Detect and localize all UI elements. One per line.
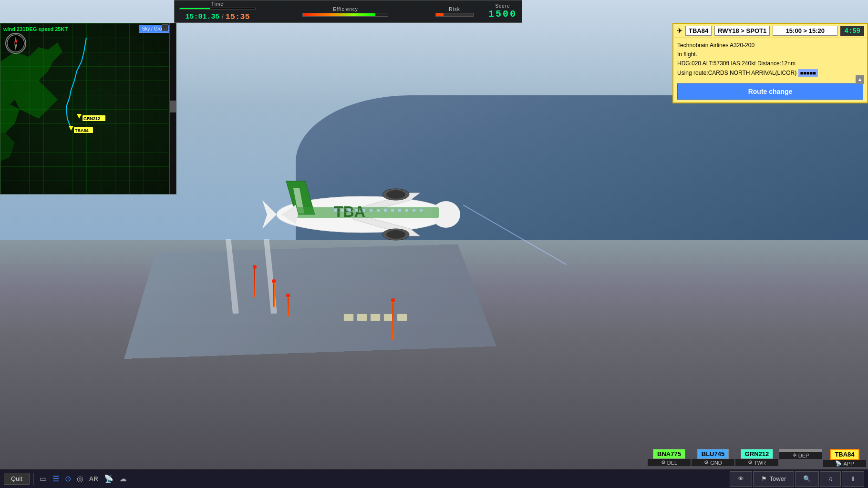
aircraft-tag-dep[interactable]: ✈ DEP bbox=[779, 449, 822, 467]
risk-fill bbox=[436, 13, 444, 16]
hud-efficiency-section: Efficiency bbox=[270, 7, 421, 17]
aircraft-tag-blu745[interactable]: BLU745 ⚙ GND bbox=[692, 449, 734, 467]
tower-label: Tower bbox=[770, 475, 786, 482]
aircraft-callsign-tba84[interactable]: TBA84 bbox=[830, 449, 859, 460]
top-hud: Time 15:01.35 / 15:35 Efficiency Risk Sc… bbox=[174, 0, 522, 23]
hud-time-running: 15:01.35 bbox=[185, 13, 219, 21]
info-flight-data: HDG:020 ALT:5730ft IAS:240kt Distance:12… bbox=[677, 59, 863, 68]
aircraft-tag-grn212[interactable]: GRN212 ⚙ TWR bbox=[735, 449, 778, 467]
cloud-icon[interactable]: ☁ bbox=[119, 474, 127, 483]
bottom-aircraft-list: BNA775 ⚙ DEL BLU745 ⚙ GND GRN212 ⚙ TWR ✈… bbox=[646, 447, 868, 469]
info-panel-header: ✈ TBA84 RWY18 > SPOT1 15:00 > 15:20 4:59 bbox=[673, 24, 867, 38]
eye-icon: 👁 bbox=[738, 475, 744, 482]
svg-marker-33 bbox=[69, 126, 73, 131]
hud-score-label: Score bbox=[495, 3, 510, 9]
hud-time-section: Time 15:01.35 / 15:35 bbox=[179, 1, 256, 21]
visibility-button[interactable]: 👁 bbox=[730, 471, 752, 487]
tower-button[interactable]: ⚑ Tower bbox=[753, 471, 795, 487]
ar-icon[interactable]: AR bbox=[89, 475, 98, 482]
route-icon[interactable]: ◎ bbox=[77, 474, 83, 483]
svg-rect-24 bbox=[398, 209, 401, 212]
svg-marker-40 bbox=[14, 36, 17, 43]
info-status: In flight. bbox=[677, 50, 863, 59]
compass bbox=[5, 33, 26, 54]
hud-score-section: Score 1500 bbox=[488, 3, 517, 20]
tower-4 bbox=[391, 298, 395, 340]
svg-rect-19 bbox=[362, 209, 365, 212]
svg-text:TBA84: TBA84 bbox=[75, 128, 89, 133]
toolbar-right: 👁 ⚑ Tower 🔍 ♫ ⏸ bbox=[726, 471, 868, 487]
aircraft-role-grn212: ⚙ TWR bbox=[735, 459, 778, 466]
svg-rect-20 bbox=[370, 209, 372, 212]
list-icon[interactable]: ☰ bbox=[52, 474, 59, 483]
hud-divider-2 bbox=[428, 3, 428, 20]
wind-info: wind 231DEG speed 25KT bbox=[3, 26, 68, 32]
efficiency-fill bbox=[303, 13, 375, 16]
pause-button[interactable]: ⏸ bbox=[842, 471, 864, 487]
efficiency-bar bbox=[302, 13, 388, 17]
svg-rect-23 bbox=[391, 209, 394, 212]
svg-rect-18 bbox=[355, 209, 358, 212]
pause-icon: ⏸ bbox=[850, 475, 856, 482]
hud-score-value: 1500 bbox=[488, 9, 517, 20]
search-icon: 🔍 bbox=[803, 475, 811, 482]
svg-rect-22 bbox=[384, 209, 387, 212]
svg-marker-36 bbox=[77, 114, 82, 119]
svg-text:GRN212: GRN212 bbox=[83, 116, 100, 121]
info-timer: 4:59 bbox=[840, 26, 864, 36]
aircraft-callsign-bna775[interactable]: BNA775 bbox=[653, 449, 685, 459]
search-button[interactable]: 🔍 bbox=[795, 471, 819, 487]
svg-marker-2 bbox=[262, 200, 277, 229]
toolbar-icons: ▭ ☰ ⊙ ◎ AR 📡 ☁ bbox=[34, 474, 726, 483]
svg-rect-27 bbox=[420, 209, 423, 212]
hud-risk-label: Risk bbox=[449, 7, 460, 12]
aircraft-role-bna775: ⚙ DEL bbox=[648, 459, 691, 466]
aircraft-icon: ✈ bbox=[676, 26, 682, 35]
radar-info-bar: wind 231DEG speed 25KT Sky / Ground bbox=[0, 23, 176, 34]
svg-rect-26 bbox=[413, 209, 415, 212]
svg-rect-11 bbox=[296, 207, 439, 218]
radar-scrollbar[interactable] bbox=[169, 23, 176, 194]
tower-2 bbox=[272, 279, 276, 307]
hud-risk-section: Risk bbox=[435, 7, 474, 17]
info-scroll-up-btn[interactable]: ▲ bbox=[856, 75, 864, 84]
hud-time-label: Time bbox=[211, 1, 224, 7]
info-aircraft-type: Technobrain Airlines A320-200 bbox=[677, 41, 863, 50]
aircraft-callsign-blu745[interactable]: BLU745 bbox=[697, 449, 729, 459]
aircraft-main[interactable]: TBA bbox=[258, 162, 467, 269]
aircraft-callsign-grn212[interactable]: GRN212 bbox=[741, 449, 774, 459]
hud-divider-1 bbox=[263, 3, 263, 20]
svg-marker-32 bbox=[0, 133, 15, 162]
signal-icon[interactable]: 📡 bbox=[104, 474, 114, 483]
tower-3 bbox=[286, 294, 290, 316]
aircraft-role-dep: ✈ DEP bbox=[779, 452, 822, 459]
aircraft-tag-bna775[interactable]: BNA775 ⚙ DEL bbox=[648, 449, 691, 467]
music-button[interactable]: ♫ bbox=[820, 471, 841, 487]
aircraft-role-blu745: ⚙ GND bbox=[692, 459, 734, 466]
radar-terrain: TBA84 GRN212 bbox=[0, 23, 170, 194]
tower-icon: ⚑ bbox=[761, 475, 767, 482]
radar-scroll-thumb[interactable] bbox=[170, 101, 176, 112]
svg-point-10 bbox=[386, 190, 405, 199]
hud-time-limit: 15:35 bbox=[226, 12, 250, 21]
music-icon: ♫ bbox=[828, 475, 833, 482]
radar-expand-btn[interactable]: □ bbox=[162, 24, 168, 31]
bottom-toolbar: Quit ▭ ☰ ⊙ ◎ AR 📡 ☁ 👁 ⚑ Tower 🔍 ♫ ⏸ bbox=[0, 469, 868, 488]
aircraft-tag-tba84[interactable]: TBA84 📡 APP bbox=[823, 449, 866, 467]
svg-marker-31 bbox=[0, 104, 20, 133]
svg-marker-41 bbox=[14, 43, 17, 51]
tower-1 bbox=[253, 265, 257, 297]
radar-panel: TBA84 GRN212 wind 231DEG speed 25KT Sky … bbox=[0, 23, 176, 194]
info-panel-body: Technobrain Airlines A320-200 In flight.… bbox=[673, 38, 867, 81]
info-route: RWY18 > SPOT1 bbox=[714, 26, 770, 36]
scope-icon[interactable]: ⊙ bbox=[65, 474, 71, 483]
quit-button[interactable]: Quit bbox=[4, 473, 30, 485]
svg-rect-16 bbox=[341, 209, 344, 212]
svg-rect-21 bbox=[377, 209, 380, 212]
route-change-button[interactable]: Route change bbox=[677, 83, 863, 100]
storage-tanks bbox=[343, 314, 407, 321]
window-icon[interactable]: ▭ bbox=[40, 474, 47, 483]
svg-rect-17 bbox=[348, 209, 351, 212]
info-route-info: Using route:CARDS NORTH ARRIVAL(LICOR) ■… bbox=[677, 69, 863, 78]
risk-bar bbox=[435, 13, 474, 17]
